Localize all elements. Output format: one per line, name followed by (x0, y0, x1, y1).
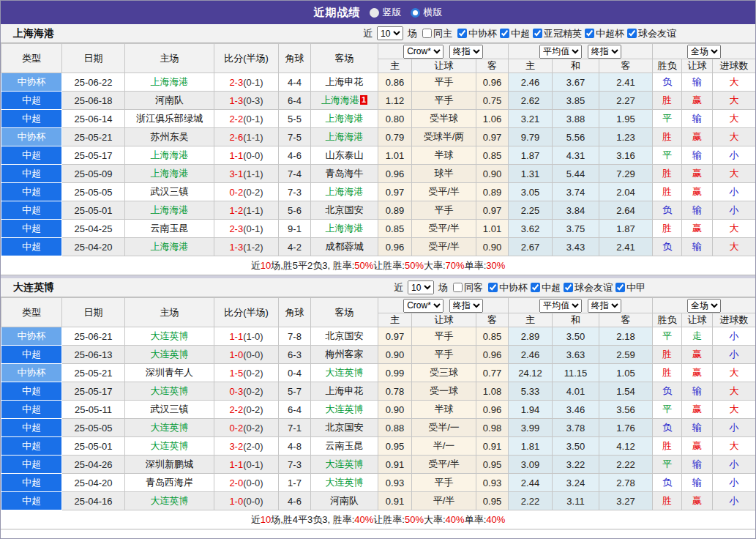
away-team[interactable]: 上海海港 (326, 113, 364, 124)
handicap-final-select[interactable]: 终指 (449, 45, 483, 59)
section-header: 上海海港 近 10 场 同主 中协杯中超亚冠精英中超杯球会友谊 (1, 24, 755, 43)
radio-unselected-icon[interactable] (370, 8, 379, 18)
home-team[interactable]: 大连英博 (151, 422, 189, 433)
competition-filter[interactable]: 中协杯 (454, 27, 497, 40)
handicap-final-select[interactable]: 终指 (449, 299, 483, 313)
match-row: 中超 25-04-20 青岛西海岸 2-0(0-0) 1-7 大连英博 0.93… (1, 474, 756, 492)
competition-filter[interactable]: 中甲 (613, 281, 645, 294)
competition-checkbox[interactable] (500, 29, 509, 38)
radio-selected-icon[interactable] (411, 8, 420, 18)
average-final-select[interactable]: 终指 (588, 45, 621, 59)
home-team[interactable]: 深圳新鹏城 (146, 458, 193, 469)
home-team[interactable]: 武汉三镇 (151, 186, 189, 197)
col-header-avg-draw: 和 (553, 313, 599, 327)
recent-results-page: 近期战绩 竖版 横版 上海海港 近 10 场 同主 中协杯中超亚冠精英中超杯球会… (0, 0, 756, 539)
competition-checkbox[interactable] (533, 29, 542, 38)
date-cell: 25-05-01 (62, 201, 125, 220)
date-cell: 25-06-13 (62, 346, 125, 364)
home-team[interactable]: 大连英博 (151, 349, 189, 360)
same-side-checkbox[interactable] (453, 283, 463, 292)
competition-cell: 中超 (1, 146, 62, 165)
away-team[interactable]: 山东泰山 (326, 149, 364, 160)
competition-checkbox[interactable] (627, 29, 637, 38)
home-team[interactable]: 青岛西海岸 (146, 477, 193, 488)
away-team[interactable]: 大连英博 (326, 367, 364, 378)
home-team[interactable]: 云南玉昆 (151, 223, 189, 234)
away-team[interactable]: 上海海港 (326, 131, 364, 142)
home-team[interactable]: 上海海港 (151, 168, 189, 179)
competition-filter[interactable]: 亚冠精英 (530, 27, 582, 40)
corners-cell: 7-1 (279, 419, 311, 437)
away-team[interactable]: 河南队 (330, 495, 359, 506)
away-team[interactable]: 成都蓉城 (326, 241, 364, 252)
away-team[interactable]: 北京国安 (326, 330, 364, 341)
away-team[interactable]: 大连英博 (326, 477, 364, 488)
competition-filter[interactable]: 中超杯 (582, 27, 624, 40)
competition-checkbox[interactable] (531, 283, 540, 292)
home-team[interactable]: 武汉三镇 (151, 404, 189, 415)
competition-filter[interactable]: 中协杯 (485, 281, 528, 294)
same-side-filter[interactable]: 同客 (450, 281, 483, 294)
away-team[interactable]: 青岛海牛 (326, 168, 364, 179)
competition-filter[interactable]: 中超 (528, 281, 561, 294)
match-count-select[interactable]: 10 (408, 280, 434, 294)
competition-checkbox[interactable] (585, 29, 594, 38)
competition-checkbox[interactable] (615, 283, 625, 292)
handicap-home-odds: 0.99 (378, 364, 412, 382)
team-section: 大连英博 近 10 场 同客 中协杯中超球会友谊中甲 类型 (1, 275, 755, 529)
home-team[interactable]: 浙江俱乐部绿城 (136, 113, 203, 124)
same-side-filter[interactable]: 同主 (419, 27, 452, 40)
away-team[interactable]: 上海海港 (321, 94, 359, 105)
avg-home-odds: 3.62 (509, 220, 553, 238)
summary-segment: 40% (446, 514, 465, 525)
away-team[interactable]: 北京国安 (326, 204, 364, 215)
home-team[interactable]: 上海海港 (151, 241, 189, 252)
home-team[interactable]: 深圳青年人 (146, 367, 193, 378)
avg-draw-odds: 5.44 (553, 165, 599, 183)
away-team[interactable]: 大连英博 (326, 458, 364, 469)
away-team[interactable]: 梅州客家 (326, 349, 364, 360)
competition-filter[interactable]: 中超 (497, 27, 530, 40)
full-match-select[interactable]: 全场 (687, 45, 721, 59)
date-cell: 25-04-25 (62, 220, 125, 238)
vertical-layout-radio[interactable]: 竖版 (370, 6, 402, 19)
date-cell: 25-05-21 (62, 364, 125, 382)
away-team[interactable]: 上海海港 (326, 223, 364, 234)
home-team[interactable]: 河南队 (155, 94, 184, 105)
average-final-select[interactable]: 终指 (588, 299, 621, 313)
competition-cell: 中超 (1, 92, 62, 110)
away-team[interactable]: 云南玉昆 (326, 440, 364, 451)
home-team[interactable]: 上海海港 (151, 76, 189, 87)
competition-checkbox[interactable] (488, 283, 498, 292)
home-team[interactable]: 大连英博 (151, 385, 189, 396)
match-count-select[interactable]: 10 (377, 26, 403, 40)
away-team[interactable]: 上海申花 (326, 76, 364, 87)
away-team[interactable]: 北京国安 (326, 422, 364, 433)
competition-filter[interactable]: 球会友谊 (561, 281, 613, 294)
competition-checkbox[interactable] (457, 29, 467, 38)
home-team-cell: 武汉三镇 (125, 401, 214, 419)
home-team[interactable]: 大连英博 (151, 440, 189, 451)
average-select[interactable]: 平均值 (539, 45, 582, 59)
col-header-avg-home: 主 (509, 59, 553, 73)
same-side-checkbox[interactable] (422, 29, 432, 38)
home-team[interactable]: 上海海港 (151, 149, 189, 160)
competition-filter[interactable]: 球会友谊 (624, 27, 676, 40)
bookmaker-select[interactable]: Crow* (403, 299, 444, 313)
half-time-score: (1-2) (243, 242, 263, 253)
home-team[interactable]: 大连英博 (151, 495, 189, 506)
result-handicap: 输 (682, 73, 713, 92)
horizontal-layout-radio[interactable]: 横版 (411, 6, 443, 19)
home-team[interactable]: 苏州东吴 (151, 131, 189, 142)
handicap-line: 受平/半 (412, 238, 476, 256)
away-team[interactable]: 上海申花 (326, 385, 364, 396)
full-match-select[interactable]: 全场 (687, 299, 721, 313)
home-team[interactable]: 大连英博 (151, 330, 189, 341)
bookmaker-select[interactable]: Crow* (403, 45, 444, 59)
average-select[interactable]: 平均值 (539, 299, 582, 313)
corners-cell: 1-7 (279, 474, 311, 492)
away-team[interactable]: 大连英博 (326, 404, 364, 415)
home-team[interactable]: 上海海港 (151, 204, 189, 215)
competition-checkbox[interactable] (564, 283, 573, 292)
away-team[interactable]: 上海海港 (326, 186, 364, 197)
